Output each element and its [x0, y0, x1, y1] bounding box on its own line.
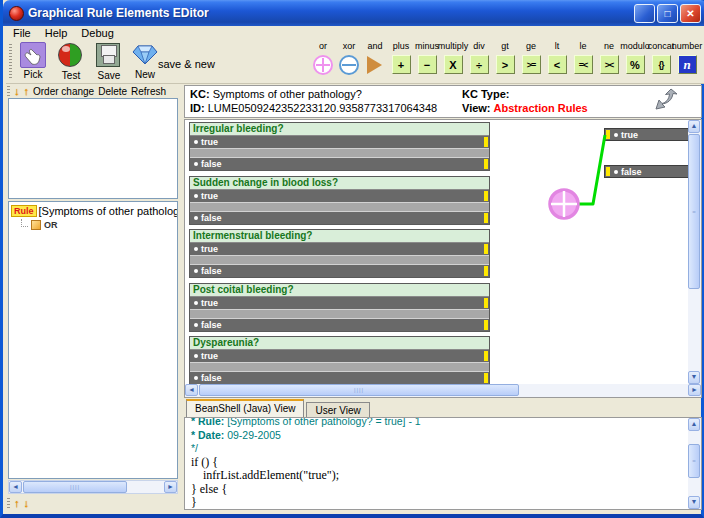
connector-port-icon[interactable]	[484, 298, 488, 308]
bottom-toolbar-gripper[interactable]	[7, 498, 10, 508]
code-vertical-scrollbar[interactable]: ▲ = ▼	[688, 418, 701, 509]
move-down-icon[interactable]: ↓	[14, 86, 20, 96]
canvas-horizontal-scrollbar[interactable]: ◄ |||| ►	[185, 384, 701, 397]
test-button[interactable]: Test	[52, 42, 90, 81]
rule-list-panel[interactable]	[8, 98, 178, 199]
menu-file[interactable]: File	[6, 27, 38, 39]
block-true-row[interactable]: true	[190, 190, 489, 202]
scroll-down-icon[interactable]: ▼	[688, 371, 700, 384]
op-lt[interactable]: lt <	[544, 41, 570, 75]
modulo-operator-button[interactable]: %	[626, 55, 645, 74]
delete-button[interactable]: Delete	[98, 86, 127, 97]
op-ge[interactable]: ge >=	[518, 41, 544, 75]
tree-root-node[interactable]: Rule [Symptoms of other pathology? = tru	[11, 205, 178, 217]
menu-debug[interactable]: Debug	[74, 27, 120, 39]
concat-operator-button[interactable]: {}	[652, 55, 671, 74]
op-div[interactable]: div ÷	[466, 41, 492, 75]
or-icon[interactable]	[313, 55, 333, 75]
rule-tree-panel[interactable]: Rule [Symptoms of other pathology? = tru…	[8, 201, 178, 479]
op-and[interactable]: and	[362, 41, 388, 75]
block-true-row[interactable]: true	[190, 136, 489, 148]
order-change-button[interactable]: Order change	[33, 86, 94, 97]
scroll-right-icon[interactable]: ►	[164, 481, 177, 493]
rule-block-post-coital[interactable]: Post coital bleeding? true false	[189, 283, 490, 332]
refresh-button[interactable]: Refresh	[131, 86, 166, 97]
scroll-up-icon[interactable]: ▲	[688, 418, 700, 431]
connector-port-icon[interactable]	[484, 320, 488, 330]
close-button[interactable]: ✕	[680, 4, 701, 23]
pick-button[interactable]: Pick	[14, 42, 52, 80]
output-true-bar[interactable]: true	[604, 128, 689, 141]
rule-block-dyspareunia[interactable]: Dyspareunia? true false	[189, 336, 490, 385]
connector-port-icon[interactable]	[484, 351, 488, 361]
op-le[interactable]: le =<	[570, 41, 596, 75]
op-concat[interactable]: concat {}	[648, 41, 674, 75]
gt-operator-button[interactable]: >	[496, 55, 515, 74]
rule-block-intermenstrual[interactable]: Intermenstrual bleeding? true false	[189, 229, 490, 278]
maximize-button[interactable]: □	[657, 4, 678, 23]
scroll-up-icon[interactable]: ▲	[688, 120, 700, 133]
connector-port-icon[interactable]	[484, 159, 488, 169]
op-modulo[interactable]: modulo %	[622, 41, 648, 75]
scrollbar-thumb[interactable]: ||||	[199, 384, 519, 396]
tree-or-node[interactable]: OR	[21, 219, 58, 231]
block-true-row[interactable]: true	[190, 350, 489, 362]
op-ne[interactable]: ne ><	[596, 41, 622, 75]
scrollbar-thumb[interactable]: =	[688, 444, 700, 478]
order-toolbar-gripper[interactable]	[7, 86, 10, 96]
op-number[interactable]: number n	[674, 41, 700, 75]
connector-port-icon[interactable]	[484, 191, 488, 201]
op-minus[interactable]: minus −	[414, 41, 440, 75]
connector-port-icon[interactable]	[606, 167, 610, 176]
connector-port-icon[interactable]	[484, 266, 488, 276]
le-operator-button[interactable]: =<	[574, 55, 593, 74]
op-plus[interactable]: plus +	[388, 41, 414, 75]
title-bar[interactable]: Graphical Rule Elements EDitor _ □ ✕	[3, 0, 704, 26]
bottom-move-down-icon[interactable]: ↓	[24, 498, 30, 508]
bottom-move-up-icon[interactable]: ↑	[14, 498, 20, 508]
plus-operator-button[interactable]: +	[392, 55, 411, 74]
lt-operator-button[interactable]: <	[548, 55, 567, 74]
scroll-right-icon[interactable]: ►	[688, 384, 701, 396]
rule-block-sudden-change[interactable]: Sudden change in blood loss? true false	[189, 176, 490, 225]
rule-canvas[interactable]: Irregular bleeding? true false Sudden ch…	[184, 119, 702, 398]
save-button[interactable]: Save	[90, 42, 128, 81]
ne-operator-button[interactable]: ><	[600, 55, 619, 74]
block-false-row[interactable]: false	[190, 319, 489, 331]
move-up-icon[interactable]: ↑	[24, 86, 30, 96]
tab-user-view[interactable]: User View	[306, 402, 369, 417]
block-true-row[interactable]: true	[190, 297, 489, 309]
block-false-row[interactable]: false	[190, 265, 489, 277]
op-gt[interactable]: gt >	[492, 41, 518, 75]
connector-line[interactable]	[579, 135, 605, 204]
scroll-left-icon[interactable]: ◄	[9, 481, 22, 493]
toolbar-gripper[interactable]	[9, 44, 12, 80]
canvas-vertical-scrollbar[interactable]: ▲ = ▼	[688, 120, 701, 384]
connector-port-icon[interactable]	[484, 137, 488, 147]
menu-help[interactable]: Help	[38, 27, 75, 39]
minus-operator-button[interactable]: −	[418, 55, 437, 74]
ge-operator-button[interactable]: >=	[522, 55, 541, 74]
number-operator-button[interactable]: n	[678, 55, 697, 74]
multiply-operator-button[interactable]: X	[444, 55, 463, 74]
op-xor[interactable]: xor	[336, 41, 362, 75]
scroll-down-icon[interactable]: ▼	[688, 496, 700, 509]
rule-block-irregular-bleeding[interactable]: Irregular bleeding? true false	[189, 122, 490, 171]
beanshell-code-panel[interactable]: * Rule: [Symptoms of other pathology? = …	[184, 417, 702, 510]
output-false-bar[interactable]: false	[604, 165, 689, 178]
scrollbar-thumb[interactable]: =	[688, 134, 700, 289]
connector-port-icon[interactable]	[484, 213, 488, 223]
connector-port-icon[interactable]	[606, 130, 610, 139]
op-or[interactable]: or	[310, 41, 336, 75]
div-operator-button[interactable]: ÷	[470, 55, 489, 74]
scrollbar-thumb[interactable]: ||||	[23, 481, 127, 493]
block-false-row[interactable]: false	[190, 372, 489, 384]
op-multiply[interactable]: multiply X	[440, 41, 466, 75]
connector-port-icon[interactable]	[484, 244, 488, 254]
scroll-left-icon[interactable]: ◄	[185, 384, 198, 396]
block-false-row[interactable]: false	[190, 212, 489, 224]
rotate-view-icon[interactable]	[651, 87, 679, 121]
connector-port-icon[interactable]	[484, 373, 488, 383]
block-true-row[interactable]: true	[190, 243, 489, 255]
block-false-row[interactable]: false	[190, 158, 489, 170]
